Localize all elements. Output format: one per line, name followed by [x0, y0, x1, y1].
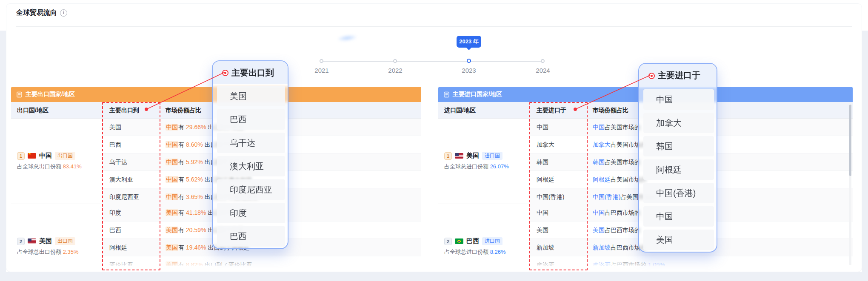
share-value: 8.26% [490, 249, 506, 255]
china-flag-icon [28, 153, 36, 159]
rank-badge: 1 [444, 152, 452, 160]
export-table-title: 主要出口国家/地区 [26, 91, 75, 98]
importer-tag: 进口国 [482, 152, 503, 160]
year-dot-2024[interactable] [541, 59, 545, 63]
export-to-popup: 主要出口到 美国 巴西 乌干达 澳大利亚 印度尼西亚 印度 巴西 [212, 60, 288, 249]
brazil-flag-icon [455, 238, 463, 244]
col-exporter: 出口国/地区 [11, 102, 102, 118]
country-name: 美国 [39, 237, 52, 245]
import-from-popup: 主要进口于 中国 加拿大 韩国 阿根廷 中国(香港) 中国 美国 [638, 63, 717, 253]
document-icon [443, 91, 450, 98]
document-icon [16, 91, 23, 98]
share-label: 占全球总进口份额 [444, 249, 490, 255]
importer-tag: 进口国 [482, 237, 503, 245]
col-market-share: 市场份额占比 [588, 102, 853, 118]
scrollbar-thumb[interactable] [849, 105, 851, 176]
share-label: 占全球总出口份额 [17, 249, 63, 255]
dest-cell: 乌干达 [102, 153, 160, 170]
share-label: 占全球总出口份额 [17, 163, 63, 170]
share-text: 有 [178, 227, 184, 233]
src-cell: 加拿大 [529, 136, 588, 153]
share-pct: 8.60% [186, 141, 203, 148]
target-dot-icon [648, 73, 655, 79]
share-text: 有 [178, 244, 184, 251]
src-cell: 中国 [529, 119, 588, 136]
country-name: 中国 [39, 152, 52, 160]
share-pct: 3.65% [186, 193, 203, 200]
entity-country: 韩国 [593, 159, 605, 165]
share-pct: 5.92% [186, 159, 203, 165]
entity-country: 美国 [166, 244, 178, 251]
dest-cell: 印度尼西亚 [102, 188, 160, 205]
export-group-china-cell: 1 中国 出口国 占全球总出口份额 83.41% [11, 119, 102, 204]
col-market-share: 市场份额占比 [160, 102, 421, 118]
popup-item: 乌干达 [217, 133, 285, 153]
table-row: 摩洛哥摩洛哥占巴西市场的1.09% [529, 256, 853, 266]
page-background-right [862, 31, 868, 281]
popup-item: 美国 [643, 230, 714, 250]
share-text: 有 [178, 176, 184, 183]
import-group-usa-cell: 1 美国 进口国 占全球总进口份额 26.07% [438, 119, 529, 204]
share-pct: 41.18% [186, 209, 206, 216]
share-rest: 占巴西市场的 [605, 227, 640, 233]
usa-flag-icon [28, 238, 36, 244]
page-title: 全球贸易流向 [16, 9, 57, 17]
popup-item: 韩国 [643, 136, 714, 156]
src-cell: 摩洛哥 [529, 256, 588, 266]
src-cell: 韩国 [529, 153, 588, 170]
share-value: 2.35% [63, 249, 79, 255]
share-pct: 5.62% [186, 176, 203, 183]
share-label: 占全球总进口份额 [444, 163, 490, 170]
share-pct: 19.46% [186, 244, 206, 251]
dest-cell: 阿根廷 [102, 239, 160, 256]
entity-country: 中国(香港) [593, 193, 620, 200]
popup-item: 澳大利亚 [217, 156, 285, 176]
entity-country: 中国 [166, 141, 178, 148]
year-label-2022: 2022 [378, 67, 412, 74]
share-value: 83.41% [63, 163, 82, 170]
year-label-2024: 2024 [526, 67, 560, 74]
share-text: 有 [178, 193, 184, 200]
share-text: 有 [178, 209, 184, 216]
rank-badge: 1 [17, 152, 25, 160]
popup-item: 巴西 [217, 109, 285, 130]
usa-flag-icon [455, 153, 463, 159]
popup-item: 加拿大 [643, 113, 714, 133]
share-rest: 占巴西市场的 [605, 209, 640, 216]
year-dot-2022[interactable] [393, 59, 397, 63]
dest-cell: 澳大利亚 [102, 171, 160, 188]
year-dot-2023-active[interactable] [467, 59, 471, 63]
popup-item: 中国 [643, 206, 714, 227]
share-text: 有 [178, 141, 184, 148]
share-rest: 占美国市场的 [605, 159, 640, 165]
src-cell: 中国 [529, 204, 588, 221]
target-dot-icon [222, 70, 228, 76]
entity-country: 中国 [593, 124, 605, 131]
country-name: 巴西 [466, 237, 479, 245]
popup-item: 巴西 [217, 226, 285, 247]
popup-item: 印度尼西亚 [217, 179, 285, 200]
header-divider [16, 26, 852, 27]
exporter-tag: 出口国 [55, 152, 75, 160]
entity-country: 中国 [593, 209, 605, 216]
year-dot-2021[interactable] [320, 59, 323, 63]
share-rest: 出口到了哥伦比亚 [205, 261, 252, 266]
entity-country: 阿根廷 [593, 176, 611, 183]
share-rest: 占巴西市场的 [611, 261, 646, 266]
entity-country: 中国 [166, 159, 178, 165]
popup-item: 中国(香港) [643, 183, 714, 203]
entity-country: 美国 [593, 227, 605, 233]
popup-item: 阿根廷 [643, 159, 714, 180]
page-header: 全球贸易流向 [16, 9, 67, 17]
info-icon[interactable] [60, 9, 67, 17]
entity-country: 摩洛哥 [593, 261, 611, 266]
country-name: 美国 [466, 152, 479, 160]
entity-country: 中国 [166, 193, 178, 200]
entity-country: 中国 [166, 124, 178, 131]
share-text: 有 [178, 124, 184, 131]
popup-item: 美国 [217, 86, 285, 106]
year-slider-track[interactable] [322, 61, 543, 62]
entity-country: 加拿大 [593, 141, 611, 148]
dest-cell: 巴西 [102, 221, 160, 238]
src-cell: 新加坡 [529, 239, 588, 256]
